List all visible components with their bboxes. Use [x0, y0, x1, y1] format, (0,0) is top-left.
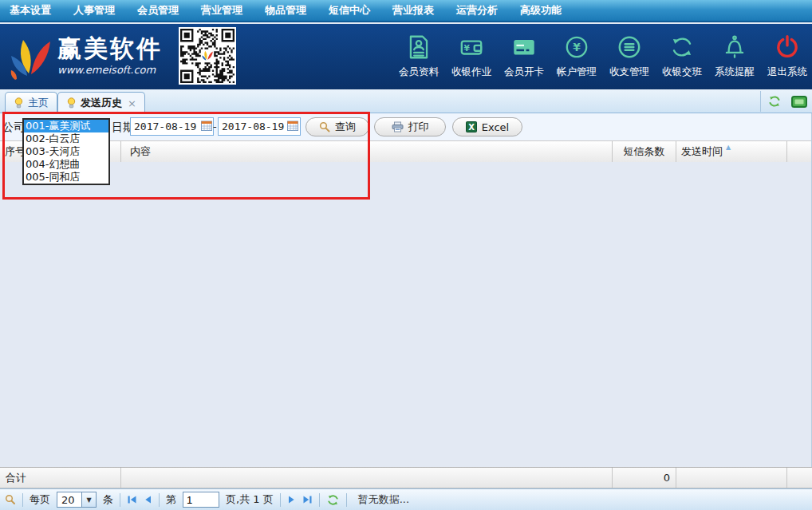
prev-page-icon — [144, 495, 152, 504]
page-suffix-label: 页,共 1 页 — [226, 492, 274, 507]
per-page-value: 20 — [57, 494, 81, 506]
next-page-button[interactable] — [287, 495, 296, 504]
tab-send-history[interactable]: 发送历史 × — [57, 92, 145, 113]
page-number-input[interactable] — [183, 492, 219, 508]
prev-page-button[interactable] — [144, 495, 152, 504]
tab-label: 发送历史 — [81, 96, 122, 110]
company-dropdown-list: 001-赢美测试 002-白云店 003-天河店 004-幻想曲 005-同和店 — [22, 118, 110, 185]
tab-close-icon[interactable]: × — [128, 97, 136, 109]
dropdown-option[interactable]: 001-赢美测试 — [24, 120, 108, 132]
dropdown-option[interactable]: 002-白云店 — [24, 132, 108, 145]
menu-item-members[interactable]: 会员管理 — [137, 3, 179, 18]
brand-logo: 赢美软件 www.emeisoft.com — [10, 30, 163, 80]
search-status-icon — [5, 494, 16, 505]
pagination-divider — [280, 493, 281, 507]
quick-action-exit[interactable]: 退出系统 — [761, 29, 812, 79]
quick-action-label: 收银交班 — [662, 65, 702, 79]
filter-toolbar: 公司 日期 - 查询 — [0, 113, 811, 140]
lightbulb-icon — [66, 97, 77, 109]
send-history-panel: 公司 日期 - 查询 — [0, 113, 812, 467]
calendar-icon[interactable] — [201, 121, 212, 131]
pagination-divider — [22, 493, 23, 507]
menu-item-reports[interactable]: 营业报表 — [392, 3, 434, 18]
pagination-divider — [120, 493, 120, 507]
per-page-label: 每页 — [30, 492, 50, 507]
menu-item-goods[interactable]: 物品管理 — [265, 3, 306, 18]
dropdown-option[interactable]: 005-同和店 — [24, 171, 108, 184]
last-page-button[interactable] — [302, 495, 313, 504]
menu-item-hr[interactable]: 人事管理 — [73, 3, 115, 18]
per-page-unit-label: 条 — [103, 492, 113, 507]
quick-action-label: 退出系统 — [767, 65, 807, 79]
flower-logo-icon — [10, 30, 51, 80]
tab-label: 主页 — [28, 96, 49, 110]
total-row: 合计 0 — [0, 467, 812, 488]
first-page-icon — [127, 495, 137, 504]
excel-icon: X — [466, 121, 477, 132]
last-page-icon — [302, 495, 313, 504]
query-button[interactable]: 查询 — [305, 117, 369, 136]
dropdown-option[interactable]: 003-天河店 — [24, 145, 108, 158]
table-body-empty — [0, 162, 811, 467]
svg-text:¥: ¥ — [573, 41, 581, 53]
company-label: 公司 — [2, 121, 25, 135]
menu-item-basic-settings[interactable]: 基本设置 — [10, 3, 51, 18]
search-icon — [319, 121, 330, 132]
pagination-divider — [346, 493, 347, 507]
menu-item-analysis[interactable]: 运营分析 — [456, 3, 498, 18]
column-header-filler — [787, 141, 812, 162]
quick-action-label: 系统提醒 — [715, 65, 755, 79]
per-page-select[interactable]: 20 ▼ — [57, 492, 97, 508]
svg-text:¥: ¥ — [463, 43, 470, 53]
excel-export-button[interactable]: X Excel — [452, 117, 522, 136]
shift-change-icon — [668, 33, 696, 61]
next-page-icon — [287, 495, 296, 504]
refresh-grid-icon[interactable] — [326, 493, 340, 507]
quick-action-label: 帐户管理 — [557, 65, 597, 79]
cashier-wallet-icon: ¥ — [457, 33, 486, 61]
quick-action-open-card[interactable]: 会员开卡 — [498, 29, 550, 79]
account-yen-icon: ¥ — [562, 33, 591, 61]
brand-name: 赢美软件 — [57, 35, 163, 62]
column-header-label: 发送时间 — [681, 144, 723, 159]
tab-home[interactable]: 主页 — [5, 92, 57, 113]
dropdown-option[interactable]: 004-幻想曲 — [24, 158, 108, 171]
page-prefix-label: 第 — [166, 492, 176, 507]
quick-action-shift-change[interactable]: 收银交班 — [656, 29, 708, 79]
quick-action-label: 会员资料 — [399, 65, 439, 79]
total-label-cell: 合计 — [0, 468, 121, 488]
total-label: 合计 — [6, 471, 26, 485]
quick-action-account[interactable]: ¥ 帐户管理 — [550, 29, 603, 79]
quick-action-label: 收银作业 — [451, 65, 491, 79]
printer-icon — [392, 121, 404, 132]
menu-item-sms-center[interactable]: 短信中心 — [329, 3, 370, 18]
total-filler-cell — [787, 468, 812, 488]
quick-action-system-alert[interactable]: 系统提醒 — [708, 29, 761, 79]
tabbar-divider — [760, 91, 761, 112]
chevron-down-icon: ▼ — [81, 492, 96, 507]
menu-item-advanced[interactable]: 高级功能 — [520, 3, 562, 18]
column-header-content[interactable]: 内容 — [121, 141, 613, 162]
query-button-label: 查询 — [335, 120, 356, 134]
column-header-send-time[interactable]: 发送时间 ▲ — [676, 141, 787, 162]
print-button[interactable]: 打印 — [374, 117, 446, 136]
print-button-label: 打印 — [408, 120, 429, 134]
pagination-divider — [319, 493, 320, 507]
alert-bell-icon — [720, 33, 749, 61]
column-header-sms-count[interactable]: 短信条数 — [613, 141, 676, 162]
calendar-icon[interactable] — [287, 121, 298, 131]
total-sms-count-cell: 0 — [613, 468, 676, 488]
quick-action-cashier[interactable]: ¥ 收银作业 — [445, 29, 498, 79]
refresh-tabs-icon[interactable] — [767, 94, 782, 109]
quick-action-bar: 会员资料 ¥ 收银作业 会员开卡 ¥ 帐户管理 — [392, 29, 812, 79]
quick-action-member-profile[interactable]: 会员资料 — [392, 29, 445, 79]
quick-action-income-expense[interactable]: 收支管理 — [603, 29, 656, 79]
quick-action-label: 收支管理 — [609, 65, 649, 79]
brand-url: www.emeisoft.com — [57, 64, 163, 76]
first-page-button[interactable] — [127, 495, 137, 504]
menu-item-business[interactable]: 营业管理 — [201, 3, 242, 18]
pagination-divider — [159, 493, 160, 507]
table-header-row: 序号 内容 短信条数 发送时间 ▲ — [0, 140, 811, 163]
member-profile-icon — [404, 33, 433, 61]
toggle-panel-icon[interactable] — [791, 96, 807, 108]
